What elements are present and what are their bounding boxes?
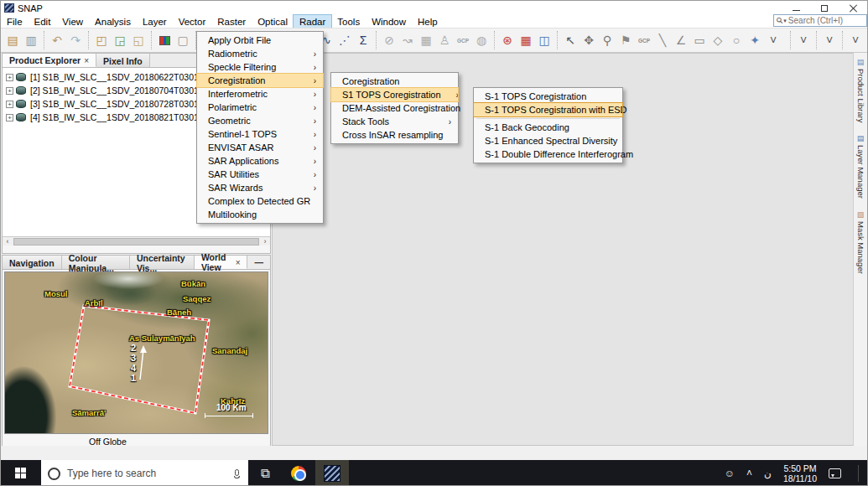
- menubar-item-file[interactable]: File: [1, 15, 29, 28]
- redo-icon[interactable]: ↷: [66, 30, 85, 50]
- overflow-extra-icon[interactable]: ˅: [846, 30, 865, 50]
- panel-minimize-icon[interactable]: —: [248, 256, 271, 269]
- menubar-item-tools[interactable]: Tools: [331, 15, 366, 28]
- zoom-tool-icon[interactable]: ⚲: [598, 30, 616, 50]
- tab-world-view[interactable]: World View×: [195, 256, 248, 269]
- tab-uncertainty-vis[interactable]: Uncertainty Vis...: [130, 256, 195, 269]
- ellipse-tool-icon[interactable]: ○: [727, 30, 746, 50]
- expand-icon[interactable]: +: [6, 114, 13, 122]
- expand-icon[interactable]: +: [6, 74, 13, 81]
- scatter-plot-icon[interactable]: ⋰: [335, 30, 354, 50]
- gcp-tool-icon[interactable]: GCP: [635, 30, 653, 50]
- taskbar-search[interactable]: Type here to search: [41, 460, 248, 486]
- gcp-manager-icon[interactable]: GCP: [454, 30, 472, 50]
- export-view-icon[interactable]: ↝: [398, 30, 417, 50]
- show-desktop-divider[interactable]: [858, 465, 859, 482]
- session-open-icon[interactable]: ◰: [92, 30, 111, 50]
- radar-menu-item-radiometric[interactable]: Radiometric›: [197, 47, 323, 60]
- radar-menu-item-speckle-filtering[interactable]: Speckle Filtering›: [197, 60, 323, 74]
- compare-icon[interactable]: ◫: [535, 30, 554, 50]
- chrome-taskbar-button[interactable]: [282, 460, 315, 486]
- tab-navigation[interactable]: Navigation: [3, 256, 62, 269]
- session-save-icon[interactable]: ◱: [129, 30, 148, 50]
- menubar-item-raster[interactable]: Raster: [211, 15, 252, 28]
- menubar-item-optical[interactable]: Optical: [252, 15, 294, 28]
- menubar-item-analysis[interactable]: Analysis: [89, 15, 137, 28]
- maximize-button[interactable]: [810, 1, 839, 15]
- sigma-icon[interactable]: Σ: [354, 30, 372, 50]
- tab-product-explorer[interactable]: Product Explorer×: [3, 54, 96, 67]
- radar-menu-item-geometric[interactable]: Geometric›: [197, 114, 323, 127]
- properties-icon[interactable]: ▢: [174, 30, 192, 50]
- session-add-icon[interactable]: ◲: [111, 30, 129, 50]
- radar-menu-item-polarimetric[interactable]: Polarimetric›: [197, 101, 323, 114]
- menubar-item-vector[interactable]: Vector: [173, 15, 212, 28]
- s1tops-menu-item-s-1-enhanced-spectral-diversity[interactable]: S-1 Enhanced Spectral Diversity: [474, 134, 622, 147]
- open-product-icon[interactable]: ▤: [3, 30, 22, 50]
- coreg-menu-item-s1-tops-coregistration[interactable]: S1 TOPS Coregistration›: [331, 88, 458, 101]
- sidebar-item-mask-manager[interactable]: ▧Mask Manager: [856, 210, 865, 274]
- coreg-menu-item-stack-tools[interactable]: Stack Tools›: [331, 115, 458, 128]
- undo-icon[interactable]: ↶: [48, 30, 66, 50]
- save-product-icon[interactable]: ▥: [22, 30, 40, 50]
- radar-menu-item-complex-to-detected-gr[interactable]: Complex to Detected GR: [197, 194, 323, 208]
- s1tops-menu-item-s-1-back-geocoding[interactable]: S-1 Back Geocoding: [474, 121, 622, 134]
- grid-icon[interactable]: ▦: [417, 30, 435, 50]
- app-search-box[interactable]: ⚲ ▾: [773, 14, 867, 27]
- menubar-item-layer[interactable]: Layer: [137, 15, 173, 28]
- tab-colour-manipula[interactable]: Colour Manipula...: [62, 256, 130, 269]
- people-icon[interactable]: ☺: [725, 468, 735, 479]
- close-button[interactable]: [839, 1, 867, 15]
- line-tool-icon[interactable]: ╲: [653, 30, 672, 50]
- world-view-map[interactable]: MosulArbīlBūkānSaqqezBānehAs Sulaymānīya…: [4, 271, 268, 434]
- start-button[interactable]: [1, 460, 41, 486]
- s1tops-menu-item-s-1-tops-coregistration-with-esd[interactable]: S-1 TOPS Coregistration with ESD: [474, 103, 622, 116]
- task-view-button[interactable]: ⧉: [248, 460, 282, 486]
- coreg-menu-item-cross-insar-resampling[interactable]: Cross InSAR resampling: [331, 128, 458, 142]
- wand-tool-icon[interactable]: ✦: [746, 30, 764, 50]
- minimize-button[interactable]: [782, 1, 810, 15]
- radar-menu-item-apply-orbit-file[interactable]: Apply Orbit File: [197, 34, 323, 47]
- scroll-left-icon[interactable]: ‹: [3, 237, 13, 246]
- snap-taskbar-button[interactable]: [315, 460, 349, 486]
- menubar-item-view[interactable]: View: [56, 15, 89, 28]
- tools-overflow-icon[interactable]: ˅: [764, 30, 782, 50]
- tab-close-icon[interactable]: ×: [236, 258, 241, 267]
- sidebar-item-product-library[interactable]: ▤Product Library: [856, 58, 865, 122]
- microphone-icon[interactable]: [234, 469, 240, 478]
- pan-tool-icon[interactable]: ✥: [580, 30, 598, 50]
- tray-chevron-icon[interactable]: ˄: [746, 468, 752, 479]
- select-tool-icon[interactable]: ↖: [561, 30, 580, 50]
- radar-menu-item-sar-wizards[interactable]: SAR Wizards›: [197, 181, 323, 194]
- expand-icon[interactable]: +: [6, 87, 13, 95]
- expand-icon[interactable]: +: [6, 101, 13, 108]
- pin-tool-icon[interactable]: ⚑: [616, 30, 635, 50]
- polygon-tool-icon[interactable]: ◇: [709, 30, 727, 50]
- sidebar-item-layer-manager[interactable]: ▤Layer Manager: [856, 134, 865, 199]
- horizontal-scrollbar[interactable]: ‹ ›: [3, 236, 270, 246]
- overflow-analysis-icon[interactable]: ˅: [794, 30, 813, 50]
- rgb-image-icon[interactable]: [155, 30, 174, 50]
- taskbar-clock[interactable]: 5:50 PM 18/11/10: [783, 463, 817, 483]
- radar-menu-item-sar-applications[interactable]: SAR Applications›: [197, 154, 323, 168]
- menubar-item-radar[interactable]: Radar: [294, 15, 331, 28]
- radar-menu-item-sentinel-1-tops[interactable]: Sentinel-1 TOPS›: [197, 127, 323, 141]
- menubar-item-edit[interactable]: Edit: [29, 15, 57, 28]
- radar-menu-item-coregistration[interactable]: Coregistration›: [197, 74, 323, 87]
- radar-menu-item-multilooking[interactable]: Multilooking: [197, 208, 323, 221]
- scroll-right-icon[interactable]: ›: [260, 237, 270, 246]
- coreg-menu-item-dem-assisted-coregistration[interactable]: DEM-Assisted Coregistration›: [331, 101, 458, 115]
- radar-menu-item-envisat-asar[interactable]: ENVISAT ASAR›: [197, 141, 323, 154]
- tab-pixel-info[interactable]: Pixel Info: [96, 54, 150, 67]
- rectangle-tool-icon[interactable]: ▭: [690, 30, 709, 50]
- mask-icon[interactable]: ⊘: [380, 30, 398, 50]
- radar-menu-item-sar-utilities[interactable]: SAR Utilities›: [197, 168, 323, 181]
- action-center-icon[interactable]: [829, 468, 841, 478]
- pin-manager-icon[interactable]: ♙: [435, 30, 454, 50]
- tab-close-icon[interactable]: ×: [84, 56, 89, 65]
- radar-menu-item-interferometric[interactable]: Interferometric›: [197, 87, 323, 101]
- coreg-menu-item-coregistration[interactable]: Coregistration: [331, 75, 458, 88]
- graph-builder-icon[interactable]: ⊛: [498, 30, 517, 50]
- polyline-tool-icon[interactable]: ∠: [672, 30, 690, 50]
- language-indicator[interactable]: ن: [764, 468, 772, 479]
